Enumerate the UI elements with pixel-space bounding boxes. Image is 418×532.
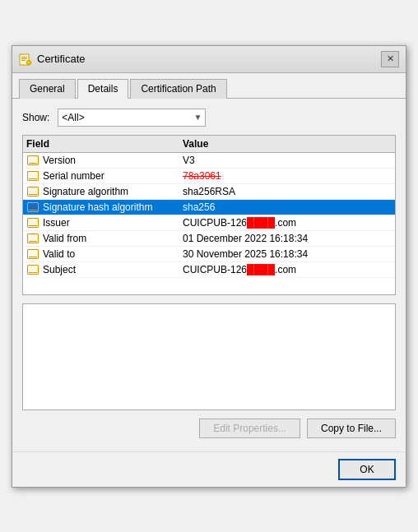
cert-row-icon — [26, 186, 39, 197]
svg-rect-3 — [21, 60, 26, 61]
action-buttons: Edit Properties... Copy to File... — [22, 419, 396, 438]
svg-rect-1 — [21, 57, 27, 58]
svg-rect-2 — [21, 58, 27, 59]
header-field: Field — [26, 138, 183, 150]
table-row[interactable]: Valid to 30 November 2025 16:18:34 — [23, 247, 395, 262]
tab-content: Show: <All> ▼ Field Value Version V3 — [12, 99, 406, 448]
edit-properties-button[interactable]: Edit Properties... — [199, 419, 300, 438]
table-row[interactable]: Issuer CUICPUB-126████.com — [23, 215, 395, 231]
field-name: Subject — [43, 264, 183, 275]
field-name: Signature hash algorithm — [43, 201, 183, 213]
field-value: CUICPUB-126████.com — [183, 217, 392, 229]
certificate-icon — [19, 53, 32, 66]
field-name: Issuer — [43, 217, 183, 229]
cert-row-icon — [26, 264, 39, 275]
field-value: V3 — [183, 155, 392, 166]
tab-bar: General Details Certification Path — [12, 73, 406, 99]
table-row[interactable]: Signature hash algorithm sha256 — [23, 200, 395, 215]
close-button[interactable]: ✕ — [381, 51, 399, 67]
header-value: Value — [183, 138, 392, 150]
show-label: Show: — [22, 112, 49, 123]
table-row[interactable]: Valid from 01 December 2022 16:18:34 — [23, 231, 395, 247]
field-value: sha256 — [183, 201, 392, 213]
table-row[interactable]: Version V3 — [23, 153, 395, 169]
title-bar: Certificate ✕ — [12, 46, 406, 73]
field-name: Serial number — [43, 170, 183, 182]
field-name: Version — [43, 155, 183, 166]
table-row[interactable]: Serial number 78a3061 — [23, 169, 395, 184]
title-bar-left: Certificate — [19, 53, 86, 66]
field-value: 78a3061 — [183, 170, 392, 182]
show-row: Show: <All> ▼ — [22, 109, 396, 127]
bottom-row: OK — [12, 451, 406, 487]
fields-table: Field Value Version V3 Serial number 78a… — [22, 135, 396, 295]
window-title: Certificate — [37, 53, 86, 65]
table-header: Field Value — [23, 136, 395, 153]
ok-button[interactable]: OK — [338, 459, 396, 480]
table-row[interactable]: Signature algorithm sha256RSA — [23, 184, 395, 200]
tab-general[interactable]: General — [19, 79, 76, 99]
cert-row-icon — [26, 170, 39, 182]
field-name: Valid to — [43, 248, 183, 260]
show-dropdown[interactable]: <All> ▼ — [58, 109, 206, 127]
field-value: 01 December 2022 16:18:34 — [183, 233, 392, 244]
cert-row-icon — [26, 248, 39, 260]
svg-point-5 — [27, 61, 30, 64]
field-value: 30 November 2025 16:18:34 — [183, 248, 392, 260]
field-value: sha256RSA — [183, 186, 392, 197]
cert-row-icon — [26, 233, 39, 244]
chevron-down-icon: ▼ — [193, 113, 202, 122]
certificate-dialog: Certificate ✕ General Details Certificat… — [12, 45, 406, 488]
tab-certification-path[interactable]: Certification Path — [130, 79, 226, 99]
cert-row-icon — [26, 155, 39, 166]
cert-row-icon — [26, 217, 39, 229]
show-value: <All> — [62, 112, 84, 123]
field-value: CUICPUB-126████.com — [183, 264, 392, 275]
tab-details[interactable]: Details — [77, 79, 129, 99]
cert-row-icon — [26, 201, 39, 213]
copy-to-file-button[interactable]: Copy to File... — [307, 419, 396, 438]
field-name: Valid from — [43, 233, 183, 244]
table-row[interactable]: Subject CUICPUB-126████.com — [23, 262, 395, 278]
detail-box — [22, 303, 396, 410]
field-name: Signature algorithm — [43, 186, 183, 197]
